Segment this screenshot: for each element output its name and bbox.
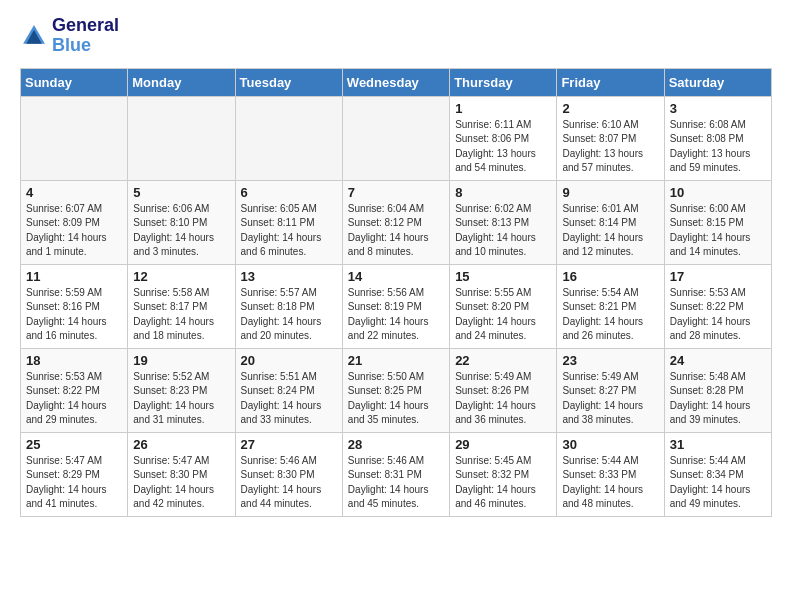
day-number: 12 [133,269,229,284]
page: General Blue SundayMondayTuesdayWednesda… [0,0,792,537]
day-number: 11 [26,269,122,284]
day-number: 2 [562,101,658,116]
day-info: Sunrise: 5:52 AM Sunset: 8:23 PM Dayligh… [133,370,229,428]
day-info: Sunrise: 6:00 AM Sunset: 8:15 PM Dayligh… [670,202,766,260]
day-info: Sunrise: 5:57 AM Sunset: 8:18 PM Dayligh… [241,286,337,344]
day-info: Sunrise: 5:49 AM Sunset: 8:27 PM Dayligh… [562,370,658,428]
day-number: 7 [348,185,444,200]
day-number: 3 [670,101,766,116]
day-info: Sunrise: 6:07 AM Sunset: 8:09 PM Dayligh… [26,202,122,260]
day-cell: 1Sunrise: 6:11 AM Sunset: 8:06 PM Daylig… [450,96,557,180]
day-info: Sunrise: 6:01 AM Sunset: 8:14 PM Dayligh… [562,202,658,260]
day-number: 30 [562,437,658,452]
day-cell: 14Sunrise: 5:56 AM Sunset: 8:19 PM Dayli… [342,264,449,348]
day-info: Sunrise: 5:50 AM Sunset: 8:25 PM Dayligh… [348,370,444,428]
day-number: 19 [133,353,229,368]
day-info: Sunrise: 5:51 AM Sunset: 8:24 PM Dayligh… [241,370,337,428]
logo-icon [20,22,48,50]
week-row-2: 4Sunrise: 6:07 AM Sunset: 8:09 PM Daylig… [21,180,772,264]
day-number: 8 [455,185,551,200]
day-info: Sunrise: 5:47 AM Sunset: 8:29 PM Dayligh… [26,454,122,512]
day-cell: 23Sunrise: 5:49 AM Sunset: 8:27 PM Dayli… [557,348,664,432]
day-cell: 28Sunrise: 5:46 AM Sunset: 8:31 PM Dayli… [342,432,449,516]
day-info: Sunrise: 5:55 AM Sunset: 8:20 PM Dayligh… [455,286,551,344]
day-cell [235,96,342,180]
day-info: Sunrise: 6:04 AM Sunset: 8:12 PM Dayligh… [348,202,444,260]
day-cell: 26Sunrise: 5:47 AM Sunset: 8:30 PM Dayli… [128,432,235,516]
day-cell: 7Sunrise: 6:04 AM Sunset: 8:12 PM Daylig… [342,180,449,264]
day-cell: 2Sunrise: 6:10 AM Sunset: 8:07 PM Daylig… [557,96,664,180]
col-header-tuesday: Tuesday [235,68,342,96]
day-info: Sunrise: 6:02 AM Sunset: 8:13 PM Dayligh… [455,202,551,260]
day-info: Sunrise: 6:06 AM Sunset: 8:10 PM Dayligh… [133,202,229,260]
day-number: 26 [133,437,229,452]
day-info: Sunrise: 6:08 AM Sunset: 8:08 PM Dayligh… [670,118,766,176]
day-number: 1 [455,101,551,116]
col-header-wednesday: Wednesday [342,68,449,96]
logo-text: General Blue [52,16,119,56]
col-header-sunday: Sunday [21,68,128,96]
day-cell: 3Sunrise: 6:08 AM Sunset: 8:08 PM Daylig… [664,96,771,180]
day-cell: 11Sunrise: 5:59 AM Sunset: 8:16 PM Dayli… [21,264,128,348]
day-cell: 18Sunrise: 5:53 AM Sunset: 8:22 PM Dayli… [21,348,128,432]
header-row: SundayMondayTuesdayWednesdayThursdayFrid… [21,68,772,96]
day-cell: 29Sunrise: 5:45 AM Sunset: 8:32 PM Dayli… [450,432,557,516]
day-number: 24 [670,353,766,368]
day-cell: 12Sunrise: 5:58 AM Sunset: 8:17 PM Dayli… [128,264,235,348]
col-header-thursday: Thursday [450,68,557,96]
week-row-4: 18Sunrise: 5:53 AM Sunset: 8:22 PM Dayli… [21,348,772,432]
day-info: Sunrise: 5:59 AM Sunset: 8:16 PM Dayligh… [26,286,122,344]
day-cell: 10Sunrise: 6:00 AM Sunset: 8:15 PM Dayli… [664,180,771,264]
day-info: Sunrise: 5:53 AM Sunset: 8:22 PM Dayligh… [26,370,122,428]
day-info: Sunrise: 5:48 AM Sunset: 8:28 PM Dayligh… [670,370,766,428]
day-number: 15 [455,269,551,284]
day-info: Sunrise: 5:44 AM Sunset: 8:33 PM Dayligh… [562,454,658,512]
day-number: 18 [26,353,122,368]
day-info: Sunrise: 6:05 AM Sunset: 8:11 PM Dayligh… [241,202,337,260]
day-cell: 8Sunrise: 6:02 AM Sunset: 8:13 PM Daylig… [450,180,557,264]
day-cell: 25Sunrise: 5:47 AM Sunset: 8:29 PM Dayli… [21,432,128,516]
day-number: 23 [562,353,658,368]
day-number: 10 [670,185,766,200]
calendar-table: SundayMondayTuesdayWednesdayThursdayFrid… [20,68,772,517]
day-number: 27 [241,437,337,452]
week-row-5: 25Sunrise: 5:47 AM Sunset: 8:29 PM Dayli… [21,432,772,516]
day-cell [21,96,128,180]
day-number: 6 [241,185,337,200]
day-number: 5 [133,185,229,200]
day-number: 22 [455,353,551,368]
day-number: 29 [455,437,551,452]
day-info: Sunrise: 5:44 AM Sunset: 8:34 PM Dayligh… [670,454,766,512]
day-cell: 15Sunrise: 5:55 AM Sunset: 8:20 PM Dayli… [450,264,557,348]
day-number: 25 [26,437,122,452]
day-cell: 17Sunrise: 5:53 AM Sunset: 8:22 PM Dayli… [664,264,771,348]
day-cell [128,96,235,180]
day-number: 9 [562,185,658,200]
day-number: 14 [348,269,444,284]
day-number: 31 [670,437,766,452]
day-cell: 20Sunrise: 5:51 AM Sunset: 8:24 PM Dayli… [235,348,342,432]
day-number: 21 [348,353,444,368]
col-header-saturday: Saturday [664,68,771,96]
day-number: 16 [562,269,658,284]
day-number: 17 [670,269,766,284]
day-info: Sunrise: 5:47 AM Sunset: 8:30 PM Dayligh… [133,454,229,512]
day-info: Sunrise: 5:56 AM Sunset: 8:19 PM Dayligh… [348,286,444,344]
day-cell [342,96,449,180]
logo: General Blue [20,16,119,56]
day-cell: 24Sunrise: 5:48 AM Sunset: 8:28 PM Dayli… [664,348,771,432]
day-info: Sunrise: 6:10 AM Sunset: 8:07 PM Dayligh… [562,118,658,176]
col-header-friday: Friday [557,68,664,96]
day-info: Sunrise: 5:46 AM Sunset: 8:30 PM Dayligh… [241,454,337,512]
day-info: Sunrise: 5:49 AM Sunset: 8:26 PM Dayligh… [455,370,551,428]
day-cell: 30Sunrise: 5:44 AM Sunset: 8:33 PM Dayli… [557,432,664,516]
day-info: Sunrise: 5:58 AM Sunset: 8:17 PM Dayligh… [133,286,229,344]
header: General Blue [20,16,772,56]
day-cell: 16Sunrise: 5:54 AM Sunset: 8:21 PM Dayli… [557,264,664,348]
day-cell: 19Sunrise: 5:52 AM Sunset: 8:23 PM Dayli… [128,348,235,432]
day-cell: 13Sunrise: 5:57 AM Sunset: 8:18 PM Dayli… [235,264,342,348]
day-cell: 31Sunrise: 5:44 AM Sunset: 8:34 PM Dayli… [664,432,771,516]
day-number: 4 [26,185,122,200]
day-cell: 6Sunrise: 6:05 AM Sunset: 8:11 PM Daylig… [235,180,342,264]
day-info: Sunrise: 5:46 AM Sunset: 8:31 PM Dayligh… [348,454,444,512]
